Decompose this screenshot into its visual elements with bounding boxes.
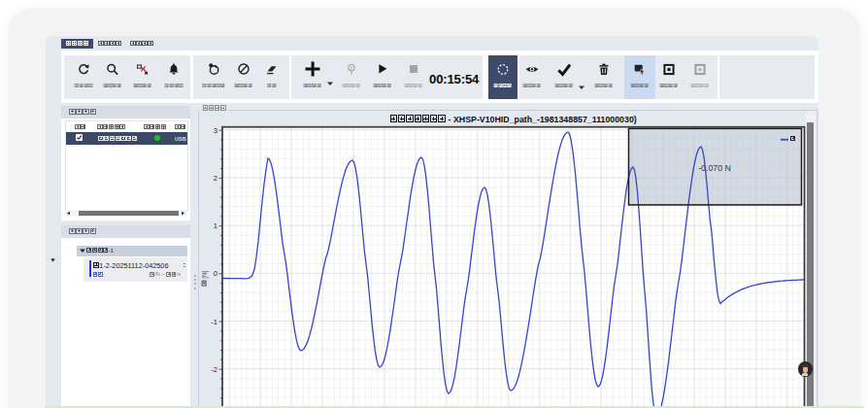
svg-text:2: 2 xyxy=(214,174,217,183)
svg-text:-1: -1 xyxy=(211,318,217,326)
svg-text:-2: -2 xyxy=(211,365,217,374)
svg-text:3: 3 xyxy=(214,126,217,135)
svg-text:0: 0 xyxy=(214,269,217,278)
svg-text:1: 1 xyxy=(214,221,217,230)
svg-text:-0.070 N: -0.070 N xyxy=(698,163,731,173)
